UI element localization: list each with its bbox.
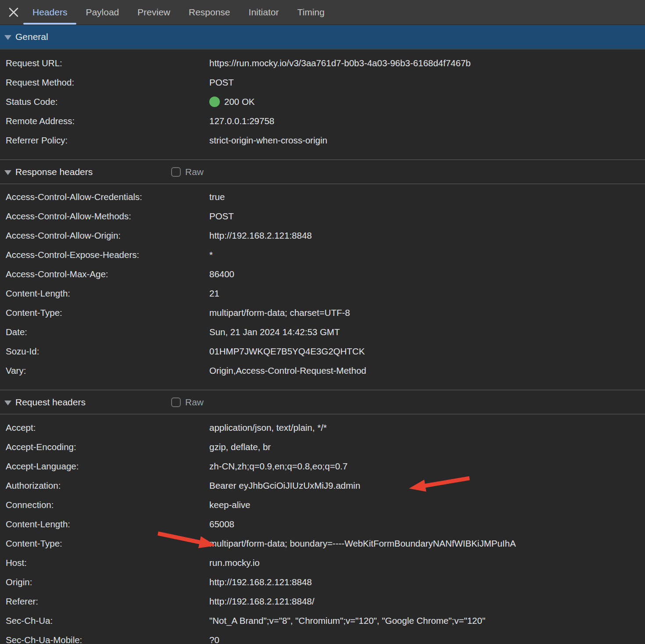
header-row: Content-Length: 65008: [0, 515, 645, 534]
tab-timing[interactable]: Timing: [288, 0, 333, 25]
header-row: Referer: http://192.168.2.121:8848/: [0, 592, 645, 611]
tab-payload[interactable]: Payload: [76, 0, 128, 25]
raw-label: Raw: [185, 397, 204, 408]
header-name: Origin:: [6, 577, 209, 587]
section-title: Request headers: [15, 397, 86, 408]
chevron-down-icon: [4, 401, 11, 405]
header-row: Sozu-Id: 01HMP7JWKQE7B5YQ4E3G2QHTCK: [0, 342, 645, 361]
header-row: Referrer Policy: strict-origin-when-cros…: [0, 131, 645, 150]
response-header-rows: Access-Control-Allow-Credentials: true A…: [0, 184, 645, 380]
header-name: Authorization:: [6, 480, 209, 491]
header-name: Referrer Policy:: [6, 135, 209, 146]
chevron-down-icon: [4, 170, 11, 175]
header-value: http://192.168.2.121:8848: [209, 230, 645, 241]
status-ok-icon: [209, 97, 220, 107]
header-name: Status Code:: [6, 97, 209, 107]
section-header-request-headers[interactable]: Request headers Raw: [0, 390, 645, 415]
header-value: Origin,Access-Control-Request-Method: [209, 365, 645, 376]
header-name: Accept-Language:: [6, 461, 209, 472]
header-row: Accept-Language: zh-CN,zh;q=0.9,en;q=0.8…: [0, 457, 645, 476]
header-name: Access-Control-Allow-Credentials:: [6, 192, 209, 202]
section-header-response-headers[interactable]: Response headers Raw: [0, 159, 645, 184]
header-name: Connection:: [6, 500, 209, 510]
header-name: Sec-Ch-Ua:: [6, 615, 209, 626]
header-row: Access-Control-Allow-Origin: http://192.…: [0, 226, 645, 245]
header-name: Access-Control-Max-Age:: [6, 269, 209, 279]
header-value: https://run.mocky.io/v3/3aa761d7-b0b3-4a…: [209, 58, 645, 68]
close-button[interactable]: [4, 0, 23, 25]
header-name: Sozu-Id:: [6, 346, 209, 357]
header-row: Host: run.mocky.io: [0, 553, 645, 572]
header-row: Sec-Ch-Ua-Mobile: ?0: [0, 630, 645, 644]
header-value: Sun, 21 Jan 2024 14:42:53 GMT: [209, 327, 645, 337]
devtools-headers-panel: { "tabbar": { "close_icon": "x-close", "…: [0, 0, 645, 644]
header-row: Sec-Ch-Ua: "Not_A Brand";v="8", "Chromiu…: [0, 611, 645, 630]
header-name: Content-Type:: [6, 308, 209, 318]
header-name: Sec-Ch-Ua-Mobile:: [6, 635, 209, 644]
tab-headers[interactable]: Headers: [23, 0, 76, 25]
raw-checkbox[interactable]: [171, 397, 181, 407]
header-row: Content-Type: multipart/form-data; chars…: [0, 303, 645, 322]
header-name: Access-Control-Allow-Origin:: [6, 230, 209, 241]
tab-preview[interactable]: Preview: [128, 0, 179, 25]
header-value: "Not_A Brand";v="8", "Chromium";v="120",…: [209, 615, 645, 626]
header-value: http://192.168.2.121:8848: [209, 577, 645, 587]
header-value-authorization: Bearer eyJhbGciOiJIUzUxMiJ9.admin: [209, 480, 645, 491]
request-header-rows: Accept: application/json, text/plain, */…: [0, 415, 645, 644]
tab-initiator[interactable]: Initiator: [240, 0, 288, 25]
header-name: Request Method:: [6, 77, 209, 88]
header-value-content-type: multipart/form-data; boundary=----WebKit…: [209, 538, 645, 549]
raw-checkbox[interactable]: [171, 167, 181, 177]
header-row: Accept-Encoding: gzip, deflate, br: [0, 437, 645, 457]
header-row: Content-Length: 21: [0, 284, 645, 303]
header-row: Request Method: POST: [0, 73, 645, 92]
header-value: POST: [209, 211, 645, 222]
tab-response[interactable]: Response: [179, 0, 240, 25]
header-row: Access-Control-Allow-Credentials: true: [0, 187, 645, 207]
header-name: Content-Length:: [6, 519, 209, 530]
header-name: Remote Address:: [6, 116, 209, 126]
header-name: Host:: [6, 558, 209, 568]
header-row: Accept: application/json, text/plain, */…: [0, 418, 645, 437]
header-name: Request URL:: [6, 58, 209, 68]
header-value: 200 OK: [209, 97, 645, 107]
header-value: strict-origin-when-cross-origin: [209, 135, 645, 146]
header-row: Origin: http://192.168.2.121:8848: [0, 572, 645, 592]
header-name: Content-Length:: [6, 288, 209, 299]
header-row: Request URL: https://run.mocky.io/v3/3aa…: [0, 54, 645, 73]
header-value: http://192.168.2.121:8848/: [209, 596, 645, 607]
header-value: 65008: [209, 519, 645, 530]
header-name: Accept:: [6, 422, 209, 433]
header-row: Access-Control-Max-Age: 86400: [0, 265, 645, 284]
header-name: Content-Type:: [6, 538, 209, 549]
header-value: 21: [209, 288, 645, 299]
header-name: Access-Control-Expose-Headers:: [6, 250, 209, 260]
header-name: Date:: [6, 327, 209, 337]
header-name: Accept-Encoding:: [6, 442, 209, 452]
header-value: keep-alive: [209, 500, 645, 510]
section-header-general[interactable]: General: [0, 25, 645, 50]
status-text: 200 OK: [224, 97, 255, 107]
header-row: Access-Control-Expose-Headers: *: [0, 245, 645, 265]
detail-tab-bar: Headers Payload Preview Response Initiat…: [0, 0, 645, 25]
header-row: Status Code: 200 OK: [0, 92, 645, 111]
header-value: true: [209, 192, 645, 202]
header-name: Access-Control-Allow-Methods:: [6, 211, 209, 222]
close-icon: [8, 7, 19, 18]
chevron-down-icon: [4, 35, 11, 40]
header-row: Authorization: Bearer eyJhbGciOiJIUzUxMi…: [0, 476, 645, 495]
header-value: 86400: [209, 269, 645, 279]
header-name: Referer:: [6, 596, 209, 607]
header-row: Connection: keep-alive: [0, 495, 645, 515]
header-value: gzip, deflate, br: [209, 442, 645, 452]
header-row: Remote Address: 127.0.0.1:29758: [0, 111, 645, 131]
header-value: multipart/form-data; charset=UTF-8: [209, 308, 645, 318]
header-value: ?0: [209, 635, 645, 644]
header-value: POST: [209, 77, 645, 88]
general-rows: Request URL: https://run.mocky.io/v3/3aa…: [0, 50, 645, 150]
header-row: Content-Type: multipart/form-data; bound…: [0, 534, 645, 553]
section-title: Response headers: [15, 167, 93, 177]
header-value: 127.0.0.1:29758: [209, 116, 645, 126]
section-title: General: [15, 32, 48, 42]
header-row: Date: Sun, 21 Jan 2024 14:42:53 GMT: [0, 322, 645, 342]
